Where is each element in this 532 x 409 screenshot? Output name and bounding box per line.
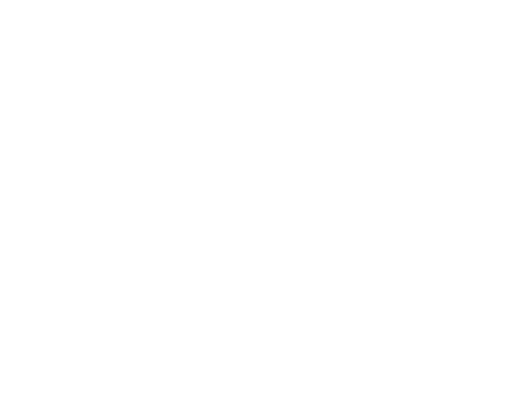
- diagram-container: [0, 0, 532, 409]
- connections-svg: [0, 0, 532, 409]
